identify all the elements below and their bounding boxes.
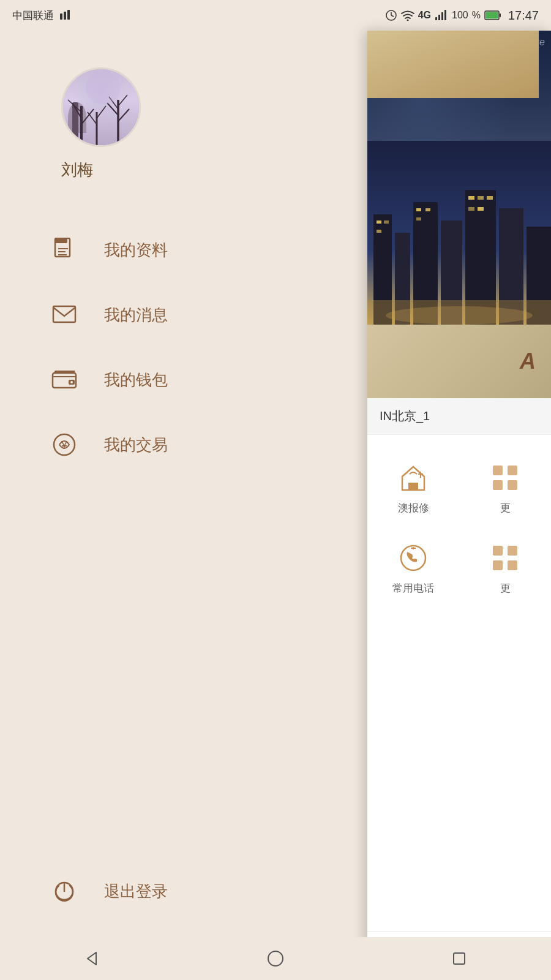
svg-point-6 <box>407 20 408 21</box>
svg-rect-8 <box>438 15 440 20</box>
svg-rect-75 <box>508 546 517 556</box>
banner-bg <box>367 31 539 98</box>
status-carrier: 中国联通 <box>12 9 72 23</box>
envelope-icon <box>49 300 80 330</box>
logout-button[interactable]: 退出登录 <box>37 864 180 919</box>
menu-label-transactions: 我的交易 <box>104 434 168 456</box>
svg-rect-12 <box>485 12 498 19</box>
svg-rect-55 <box>416 217 421 221</box>
recents-button[interactable] <box>444 943 474 974</box>
home-button[interactable] <box>260 943 291 974</box>
service-repair-label: 澳报修 <box>398 501 429 515</box>
document-icon <box>49 235 80 265</box>
service-grid: 澳报修 更 <box>367 435 551 620</box>
svg-rect-57 <box>478 196 484 200</box>
menu-item-transactions[interactable]: ¥ 我的交易 <box>37 412 416 477</box>
network-type: 4G <box>418 10 431 21</box>
right-panel: houze A IN北京_1 <box>367 31 551 980</box>
house-tool-icon <box>395 459 432 496</box>
avatar-overlay <box>63 69 141 147</box>
svg-rect-51 <box>384 221 389 224</box>
system-nav-bar <box>0 937 551 980</box>
svg-line-16 <box>81 109 94 124</box>
svg-rect-1 <box>64 12 66 20</box>
svg-line-25 <box>118 95 127 106</box>
svg-rect-9 <box>441 12 443 20</box>
panel-location: IN北京_1 <box>367 398 551 435</box>
banner-letter: A <box>520 349 545 374</box>
svg-rect-76 <box>493 560 503 570</box>
svg-rect-52 <box>377 230 381 233</box>
more-icon-1 <box>487 459 523 496</box>
logout-label: 退出登录 <box>104 881 168 902</box>
svg-rect-69 <box>493 480 503 490</box>
svg-point-62 <box>386 306 533 325</box>
more-icon-2 <box>487 540 523 576</box>
svg-point-84 <box>268 951 283 966</box>
menu-list: 我的资料 我的消息 <box>0 205 416 477</box>
service-row-1: 澳报修 更 <box>367 447 551 527</box>
back-button[interactable] <box>77 943 107 974</box>
service-phone[interactable]: 常用电话 <box>367 533 459 601</box>
service-more-1-label: 更 <box>500 501 511 515</box>
svg-rect-2 <box>67 10 70 20</box>
svg-line-17 <box>68 100 81 112</box>
svg-rect-33 <box>53 306 75 322</box>
svg-point-36 <box>70 381 73 383</box>
avatar-section: 刘梅 <box>0 31 416 205</box>
svg-rect-56 <box>468 196 474 200</box>
svg-line-22 <box>107 103 118 115</box>
panel-banner: A <box>367 325 551 398</box>
service-more-2[interactable]: 更 <box>459 533 551 601</box>
main-content: 刘梅 我的资料 <box>0 31 551 980</box>
service-repair[interactable]: 澳报修 <box>367 453 459 521</box>
status-bar: 中国联通 4G 100 % <box>0 0 551 31</box>
avatar[interactable] <box>61 67 141 147</box>
status-right-icons: 4G 100 % 17:47 <box>385 9 539 23</box>
menu-item-messages[interactable]: 我的消息 <box>37 282 416 347</box>
svg-rect-50 <box>377 221 381 224</box>
status-time: 17:47 <box>508 9 539 23</box>
service-more-2-label: 更 <box>500 581 511 595</box>
menu-label-messages: 我的消息 <box>104 304 168 326</box>
svg-rect-29 <box>55 238 67 243</box>
svg-line-19 <box>88 112 97 124</box>
city-scene <box>367 141 551 325</box>
svg-rect-74 <box>493 546 503 556</box>
service-more-1[interactable]: 更 <box>459 453 551 521</box>
sidebar: 刘梅 我的资料 <box>0 31 416 980</box>
svg-rect-85 <box>454 953 465 964</box>
svg-line-23 <box>118 109 129 121</box>
svg-rect-67 <box>493 466 503 475</box>
battery-icon <box>484 10 501 20</box>
svg-rect-60 <box>478 207 484 211</box>
svg-point-26 <box>86 70 120 105</box>
svg-marker-83 <box>88 952 96 965</box>
battery-percent: 100 <box>452 10 468 21</box>
username: 刘梅 <box>61 159 93 181</box>
signal-icon <box>435 10 448 21</box>
svg-rect-53 <box>416 208 421 211</box>
wallet-icon <box>49 364 80 395</box>
menu-label-wallet: 我的钱包 <box>104 369 168 391</box>
svg-rect-10 <box>444 10 446 20</box>
wifi-icon <box>401 10 414 21</box>
svg-rect-59 <box>468 207 474 211</box>
svg-line-20 <box>97 106 106 118</box>
svg-rect-68 <box>508 466 517 475</box>
svg-rect-54 <box>425 208 430 211</box>
svg-rect-77 <box>508 560 517 570</box>
svg-rect-70 <box>508 480 517 490</box>
exchange-icon: ¥ <box>49 429 80 460</box>
svg-line-5 <box>391 15 394 17</box>
menu-item-wallet[interactable]: 我的钱包 <box>37 347 416 412</box>
clock-icon <box>385 9 397 21</box>
power-icon <box>49 876 80 907</box>
svg-rect-64 <box>408 483 418 490</box>
svg-rect-0 <box>60 13 62 20</box>
menu-item-profile[interactable]: 我的资料 <box>37 217 416 282</box>
svg-rect-63 <box>367 31 539 98</box>
service-row-2: 常用电话 更 <box>367 527 551 608</box>
service-phone-label: 常用电话 <box>392 581 434 595</box>
carrier-icon <box>59 9 72 22</box>
